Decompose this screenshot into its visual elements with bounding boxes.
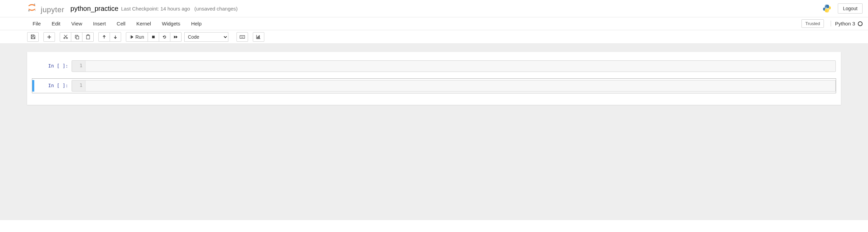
svg-point-0 <box>34 4 35 5</box>
move-down-button[interactable] <box>110 32 121 42</box>
kernel-name: Python 3 <box>835 21 855 26</box>
cell-prompt: In [ ]: <box>34 60 72 72</box>
svg-point-5 <box>63 37 65 39</box>
svg-rect-11 <box>152 36 155 38</box>
line-gutter: 1 <box>72 80 86 91</box>
arrow-down-icon <box>113 35 118 39</box>
cell-type-select[interactable]: Code <box>184 32 228 42</box>
toolbar: Run Code <box>0 30 868 44</box>
kernel-idle-icon <box>858 21 863 26</box>
svg-point-14 <box>241 36 242 36</box>
code-body[interactable] <box>86 80 835 91</box>
line-gutter: 1 <box>72 61 86 72</box>
cut-button[interactable] <box>60 32 71 42</box>
interrupt-button[interactable] <box>148 32 159 42</box>
plus-icon <box>47 35 52 39</box>
arrow-up-icon <box>102 35 107 39</box>
restart-button[interactable] <box>159 32 170 42</box>
logo-area: jupyter <box>27 3 64 14</box>
checkpoint-time: Last Checkpoint: 14 hours ago <box>121 6 190 12</box>
menu-widgets[interactable]: Widgets <box>156 18 186 29</box>
code-body[interactable] <box>86 61 835 72</box>
menu-kernel[interactable]: Kernel <box>131 18 156 29</box>
svg-rect-18 <box>241 37 243 37</box>
jupyter-logo-icon[interactable] <box>27 3 37 12</box>
move-group <box>98 32 121 42</box>
trusted-button[interactable]: Trusted <box>801 19 824 28</box>
svg-point-6 <box>66 37 68 39</box>
svg-point-4 <box>828 11 829 12</box>
run-label: Run <box>135 34 144 40</box>
checkpoint-text: Last Checkpoint: 14 hours ago (unsaved c… <box>121 6 238 12</box>
menu-file[interactable]: File <box>27 18 46 29</box>
menu-insert[interactable]: Insert <box>88 18 111 29</box>
svg-rect-12 <box>240 35 245 38</box>
menu-help[interactable]: Help <box>186 18 207 29</box>
chart-button[interactable] <box>253 32 264 42</box>
fast-forward-icon <box>173 35 178 39</box>
code-cell[interactable]: In [ ]: 1 <box>32 59 836 74</box>
cell-prompt: In [ ]: <box>34 80 72 92</box>
svg-rect-8 <box>76 36 79 39</box>
menu-view[interactable]: View <box>66 18 88 29</box>
save-button[interactable] <box>27 32 39 42</box>
code-cell[interactable]: In [ ]: 1 <box>32 78 836 93</box>
keyboard-icon <box>240 35 245 39</box>
svg-point-19 <box>244 37 244 37</box>
menubar: File Edit View Insert Cell Kernel Widget… <box>27 18 207 29</box>
svg-rect-21 <box>258 36 259 39</box>
cell-input-area[interactable]: 1 <box>72 80 836 92</box>
svg-point-2 <box>35 10 36 11</box>
restart-icon <box>162 35 167 39</box>
svg-point-1 <box>29 10 30 12</box>
add-cell-button[interactable] <box>43 32 55 42</box>
paste-button[interactable] <box>82 32 94 42</box>
run-icon <box>130 35 134 39</box>
cut-icon <box>63 34 68 39</box>
logout-button[interactable]: Logout <box>838 3 863 14</box>
run-group: Run <box>126 32 182 42</box>
svg-point-3 <box>826 5 826 6</box>
save-icon <box>31 34 36 39</box>
menubar-row: File Edit View Insert Cell Kernel Widget… <box>0 17 868 30</box>
cell-input-area[interactable]: 1 <box>72 60 836 72</box>
save-status: (unsaved changes) <box>194 6 238 12</box>
svg-rect-9 <box>86 35 89 39</box>
svg-rect-20 <box>257 37 258 39</box>
edit-group <box>60 32 94 42</box>
svg-point-13 <box>241 36 241 36</box>
menu-cell[interactable]: Cell <box>111 18 131 29</box>
restart-run-all-button[interactable] <box>170 32 182 42</box>
kernel-indicator[interactable]: Python 3 <box>831 21 863 26</box>
notebook-name[interactable]: python_practice <box>71 5 118 13</box>
stop-icon <box>151 35 155 39</box>
copy-icon <box>74 34 79 39</box>
svg-rect-10 <box>87 35 89 36</box>
command-palette-button[interactable] <box>237 32 248 42</box>
python-logo-icon <box>822 4 832 13</box>
svg-rect-22 <box>259 35 260 38</box>
svg-point-15 <box>242 36 243 36</box>
menu-edit[interactable]: Edit <box>46 18 66 29</box>
svg-point-17 <box>241 37 241 37</box>
move-up-button[interactable] <box>98 32 110 42</box>
header: jupyter python_practice Last Checkpoint:… <box>0 0 868 17</box>
svg-point-16 <box>243 36 244 36</box>
chart-icon <box>256 34 261 39</box>
copy-button[interactable] <box>71 32 82 42</box>
run-button[interactable]: Run <box>126 32 148 42</box>
notebook-area: In [ ]: 1 In [ ]: 1 <box>0 44 868 220</box>
jupyter-logo-text[interactable]: jupyter <box>41 5 64 14</box>
notebook-container: In [ ]: 1 In [ ]: 1 <box>27 52 841 105</box>
paste-icon <box>86 34 91 39</box>
